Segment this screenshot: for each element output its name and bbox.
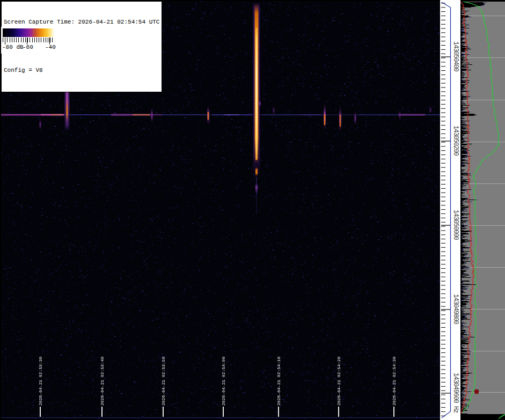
db-label-minus60: -60 [23,44,33,50]
time-tick [278,407,279,417]
db-label-minus40: -40 [45,44,56,50]
time-label: 2026-04-21 02:53:50 [161,357,166,406]
time-tick [40,407,41,417]
time-tick [223,407,224,417]
freq-label: 143050200 [452,126,459,156]
capture-time-text: Screen Capture Time: 2026-04-21 02:54:54… [4,18,159,26]
db-long-tick [49,38,50,45]
db-label-minus80: -80 dB [2,44,24,50]
spectrum-panel [460,0,505,420]
time-tick [393,407,394,417]
db-gradient-bar [3,28,54,37]
spectrogram-app-window: 2026-04-21 02:53:302026-04-21 02:53:4020… [0,0,505,420]
time-label: 2026-04-21 02:54:00 [221,357,226,406]
db-scale-ticks [3,38,54,42]
freq-label: 143050000 [452,210,459,240]
time-label: 2026-04-21 02:54:30 [392,357,397,406]
db-color-scale-legend: -80 dB -60 -40 [1,27,56,54]
db-long-tick [5,38,5,45]
time-label: 2026-04-21 02:53:30 [38,357,43,406]
frequency-scale[interactable]: 1430504001430502001430500001430498001430… [440,0,460,420]
time-label: 2026-04-21 02:53:40 [100,357,105,406]
time-tick [338,407,339,417]
freq-label: 143050400 [452,41,459,71]
freq-label: 143049800 [452,294,459,324]
time-label: 2026-04-21 02:54:10 [276,357,281,406]
time-label: 2026-04-21 02:54:20 [336,357,341,406]
time-tick [163,407,164,417]
config-text: Config = V8 [4,67,159,75]
freq-label: 143049600 Hz [452,373,459,412]
db-long-tick [27,38,27,45]
time-tick [101,407,103,417]
